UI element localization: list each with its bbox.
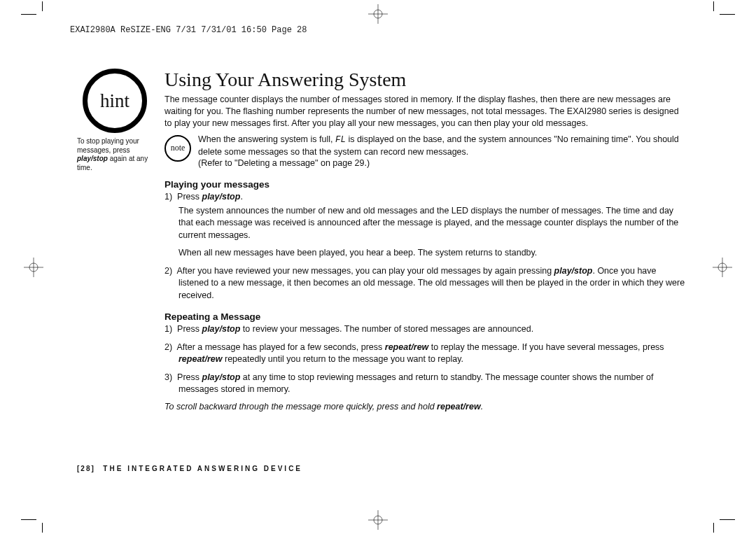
repeating-step-3: Press play/stop at any time to stop revi… bbox=[164, 372, 686, 396]
playing-step-1-p2: When all new messages have been played, … bbox=[178, 247, 686, 260]
note-line2: (Refer to "Deleting a message" on page 2… bbox=[198, 158, 370, 168]
hint-text: To stop playing your messages, press pla… bbox=[77, 137, 150, 172]
playing-step-2: After you have reviewed your new message… bbox=[164, 265, 686, 302]
heading-repeating: Repeating a Message bbox=[164, 311, 686, 322]
page-content: hint To stop playing your messages, pres… bbox=[77, 69, 686, 412]
scroll-tip: To scroll backward through the message m… bbox=[164, 402, 686, 412]
footer-label: THE INTEGRATED ANSWERING DEVICE bbox=[103, 465, 302, 472]
page-title: Using Your Answering System bbox=[164, 69, 686, 91]
footer-page: [28] bbox=[77, 465, 95, 472]
main-column: Using Your Answering System The message … bbox=[164, 69, 686, 412]
playing-step-1: Press play/stop. The system announces th… bbox=[164, 191, 686, 260]
print-slug: EXAI2980A ReSIZE-ENG 7/31 7/31/01 16:50 … bbox=[70, 25, 307, 35]
note-fl: FL bbox=[335, 135, 346, 145]
repeating-steps: Press play/stop to review your messages.… bbox=[164, 323, 686, 396]
note-line1a: When the answering system is full, bbox=[198, 134, 335, 144]
playing-step-1-p1: The system announces the number of new a… bbox=[178, 205, 686, 242]
repeating-step-2: After a message has played for a few sec… bbox=[164, 342, 686, 366]
repeating-step-1: Press play/stop to review your messages.… bbox=[164, 323, 686, 336]
hint-sidebar: hint To stop playing your messages, pres… bbox=[77, 69, 154, 172]
registration-left-icon bbox=[24, 258, 43, 277]
page-footer: [28] THE INTEGRATED ANSWERING DEVICE bbox=[77, 465, 302, 472]
registration-right-icon bbox=[713, 258, 732, 277]
registration-bottom-icon bbox=[368, 510, 388, 530]
heading-playing: Playing your messages bbox=[164, 179, 686, 190]
registration-top-icon bbox=[368, 4, 388, 24]
hint-badge-icon: hint bbox=[83, 69, 147, 133]
intro-paragraph: The message counter displays the number … bbox=[164, 94, 686, 129]
hint-text-pre: To stop playing your messages, press bbox=[77, 137, 139, 154]
playing-steps: Press play/stop. The system announces th… bbox=[164, 191, 686, 302]
note-block: note When the answering system is full, … bbox=[164, 134, 686, 170]
hint-text-ps: play/stop bbox=[77, 155, 108, 162]
note-badge-icon: note bbox=[164, 135, 191, 162]
note-body: When the answering system is full, FL is… bbox=[198, 134, 686, 170]
